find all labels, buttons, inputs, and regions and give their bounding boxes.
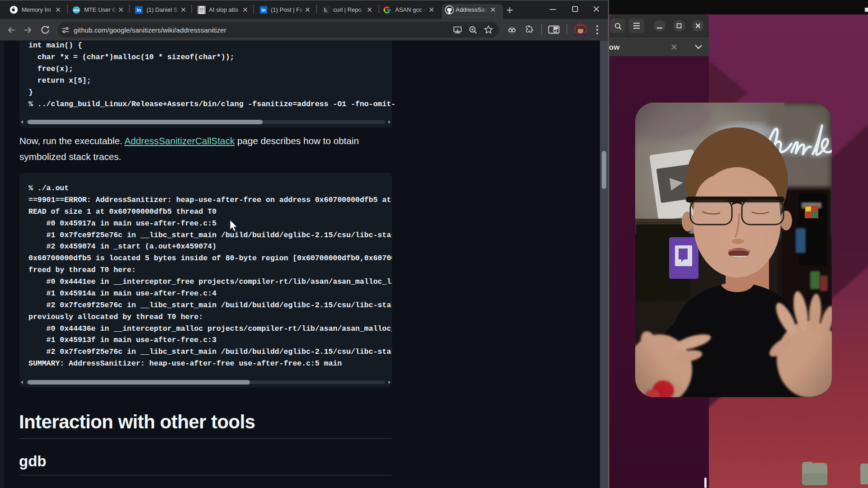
svg-text:ow: ow (609, 43, 620, 52)
svg-text:in: in (261, 7, 265, 13)
svg-text:in: in (137, 7, 141, 13)
svg-text:arm: arm (73, 8, 79, 12)
